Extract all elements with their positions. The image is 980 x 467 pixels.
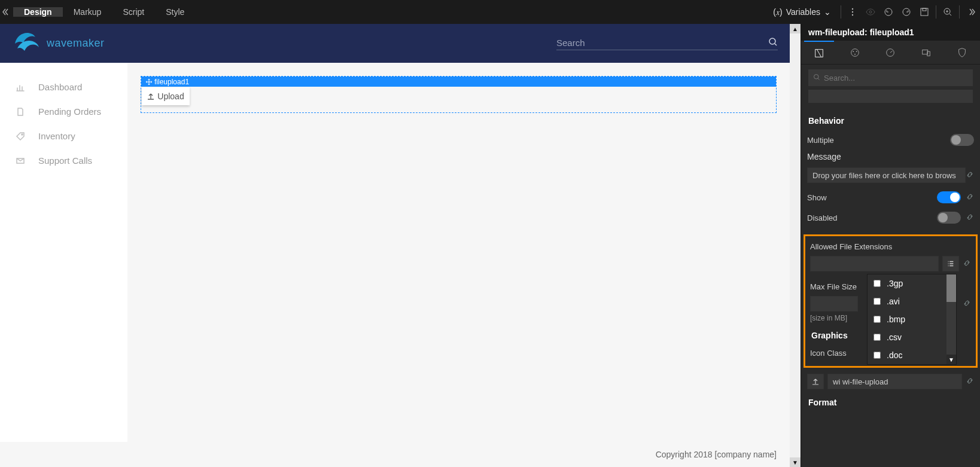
svg-point-20 <box>814 75 819 80</box>
collapse-right-icon[interactable] <box>962 0 980 24</box>
move-icon <box>146 79 152 85</box>
widget-selection-label[interactable]: fileupload1 <box>141 77 776 87</box>
ext-option[interactable]: .doc <box>868 346 946 364</box>
tab-label: Markup <box>74 7 102 17</box>
ext-label: .avi <box>887 297 900 306</box>
widget-fileupload1[interactable]: fileupload1 Upload <box>141 76 777 113</box>
bar-chart-icon <box>16 83 25 92</box>
disabled-label: Disabled <box>807 213 838 222</box>
list-picker-button[interactable] <box>942 256 959 271</box>
tab-script[interactable]: Script <box>112 7 155 17</box>
ext-option[interactable]: .bmp <box>868 310 946 328</box>
props-search[interactable] <box>808 69 973 86</box>
app-footer: Copyright 2018 [company name] <box>0 442 790 467</box>
variables-label: Variables <box>786 7 820 17</box>
canvas-vertical-scrollbar[interactable]: ▲ ▼ <box>790 24 801 467</box>
props-tab-styles[interactable] <box>840 41 870 65</box>
ext-option[interactable]: .avi <box>868 292 946 310</box>
footer-text: Copyright 2018 [company name] <box>656 450 777 459</box>
canvas-main[interactable]: fileupload1 Upload <box>127 63 790 442</box>
bind-icon[interactable] <box>966 193 974 203</box>
svg-point-1 <box>852 11 853 13</box>
icon-class-input[interactable] <box>827 374 962 389</box>
ext-label: .bmp <box>887 315 905 324</box>
upload-button[interactable]: Upload <box>142 87 190 105</box>
variables-icon: (𝑥) <box>773 7 782 17</box>
allowed-extensions-group: Allowed File Extensions .3gp .avi .bmp .… <box>804 234 978 368</box>
scroll-up-arrow[interactable]: ▲ <box>790 24 801 33</box>
section-format: Format <box>807 389 974 413</box>
svg-point-0 <box>852 8 853 10</box>
document-icon <box>16 107 25 117</box>
sidebar-item-inventory[interactable]: Inventory <box>0 124 127 148</box>
save-icon[interactable] <box>915 0 933 24</box>
tab-style[interactable]: Style <box>155 7 195 17</box>
bind-icon[interactable] <box>963 299 971 309</box>
svg-point-16 <box>854 53 856 54</box>
disabled-toggle[interactable] <box>937 212 961 224</box>
bind-icon[interactable] <box>963 259 971 269</box>
props-tab-device[interactable] <box>911 41 941 65</box>
allowed-ext-input[interactable] <box>810 256 939 271</box>
message-input[interactable] <box>807 167 966 183</box>
bind-icon[interactable] <box>966 213 974 223</box>
mail-icon <box>16 156 25 166</box>
svg-point-14 <box>853 51 854 52</box>
svg-rect-18 <box>923 50 928 54</box>
zoom-in-icon[interactable] <box>939 0 957 24</box>
variables-button[interactable]: (𝑥) Variables ⌄ <box>766 7 838 17</box>
dropdown-scrollbar[interactable]: ▼ <box>946 274 956 364</box>
ext-label: .csv <box>887 332 902 342</box>
app-header: wavemaker <box>0 24 790 63</box>
upload-icon <box>147 93 154 100</box>
icon-preview[interactable] <box>807 374 824 389</box>
properties-panel: wm-fileupload: fileupload1 Behavior Mult… <box>801 24 980 467</box>
search-input[interactable] <box>556 38 768 48</box>
svg-point-2 <box>852 14 853 16</box>
props-search-input[interactable] <box>824 74 968 83</box>
sidebar-item-support-calls[interactable]: Support Calls <box>0 148 127 173</box>
multiple-toggle[interactable] <box>950 134 974 146</box>
tab-markup[interactable]: Markup <box>63 7 112 17</box>
chevron-down-icon: ⌄ <box>824 7 831 17</box>
app-search[interactable] <box>556 37 778 50</box>
bind-icon[interactable] <box>966 377 974 387</box>
props-tab-properties[interactable] <box>804 41 834 65</box>
svg-point-9 <box>769 38 775 44</box>
redo-icon[interactable] <box>897 0 915 24</box>
widget-name: fileupload1 <box>154 78 189 86</box>
multiple-label: Multiple <box>807 136 834 145</box>
undo-icon[interactable] <box>879 0 897 24</box>
props-tab-events[interactable] <box>875 41 905 65</box>
component-title: wm-fileupload: fileupload1 <box>801 24 980 41</box>
sidebar-item-pending-orders[interactable]: Pending Orders <box>0 99 127 124</box>
scroll-down-arrow[interactable]: ▼ <box>790 457 801 467</box>
svg-point-15 <box>856 51 857 52</box>
message-label: Message <box>807 152 974 165</box>
svg-rect-6 <box>921 8 928 16</box>
tag-icon <box>16 132 25 141</box>
svg-rect-7 <box>923 8 926 11</box>
more-icon[interactable] <box>844 0 862 24</box>
tab-label: Script <box>123 7 144 17</box>
props-unknown-box[interactable] <box>808 90 973 103</box>
ext-option[interactable]: .csv <box>868 328 946 346</box>
search-icon <box>813 73 820 83</box>
show-toggle[interactable] <box>937 191 961 203</box>
ext-option[interactable]: .3gp <box>868 274 946 292</box>
tab-design[interactable]: Design <box>13 7 63 17</box>
svg-point-13 <box>851 48 859 56</box>
props-tab-security[interactable] <box>947 41 977 65</box>
upload-label: Upload <box>157 91 184 101</box>
collapse-left-icon[interactable] <box>0 7 13 17</box>
max-file-size-input[interactable] <box>810 296 858 312</box>
sidebar-item-dashboard[interactable]: Dashboard <box>0 75 127 99</box>
app-logo: wavemaker <box>12 32 105 56</box>
upload-icon <box>812 378 819 385</box>
wave-icon <box>12 32 42 56</box>
sidebar-item-label: Dashboard <box>38 82 82 92</box>
preview-icon[interactable] <box>862 0 879 24</box>
extensions-dropdown[interactable]: .3gp .avi .bmp .csv .doc ▼ <box>867 274 957 365</box>
search-icon[interactable] <box>768 37 778 48</box>
bind-icon[interactable] <box>966 170 974 181</box>
